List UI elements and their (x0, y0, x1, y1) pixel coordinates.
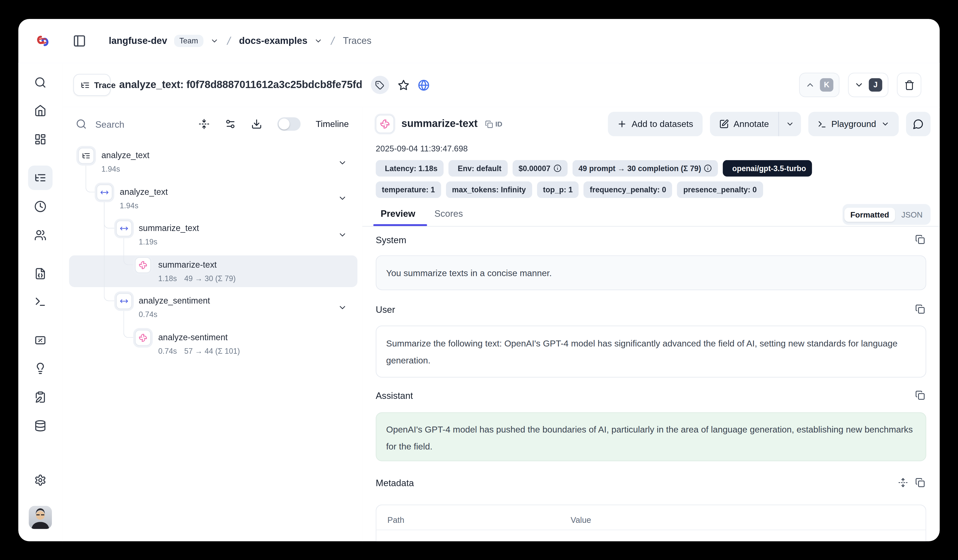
rail-dashboards[interactable] (28, 127, 52, 151)
copy-icon[interactable] (915, 390, 925, 400)
rail-evaluation[interactable] (28, 328, 52, 352)
rail-sessions[interactable] (28, 194, 52, 219)
rail-settings[interactable] (28, 468, 52, 492)
tab-preview[interactable]: Preview (381, 208, 416, 219)
cost-badge: $0.00007 (512, 160, 568, 177)
collapse-all-icon[interactable] (198, 119, 209, 130)
playground-terminal-icon (34, 296, 46, 308)
annotate-button[interactable]: Annotate (710, 112, 778, 136)
next-trace-button[interactable]: J (848, 73, 888, 97)
chevron-down-icon[interactable] (338, 303, 347, 312)
tag-button[interactable] (371, 76, 389, 94)
tokens-badge: 49 prompt → 30 completion (Σ 79) (572, 160, 718, 177)
globe-icon[interactable] (418, 79, 430, 91)
trace-type-label: Trace (94, 80, 103, 90)
info-icon[interactable] (704, 164, 712, 172)
assistant-message-box: OpenAI's GPT-4 model has pushed the boun… (376, 412, 926, 461)
tabs-divider (362, 226, 939, 227)
project-chevron-down-icon[interactable] (314, 36, 323, 45)
chevron-down-icon[interactable] (338, 230, 347, 240)
span-node-icon-box (116, 221, 132, 236)
home-icon (34, 105, 46, 117)
rail-annotation[interactable] (28, 385, 52, 409)
users-icon (34, 229, 46, 241)
metadata-column-value: Value (571, 512, 591, 529)
info-icon[interactable] (554, 164, 561, 172)
node-label: summarize-text (158, 260, 217, 270)
chevron-down-icon[interactable] (338, 194, 347, 203)
node-duration: 1.94s (120, 201, 138, 210)
tree-settings-icon[interactable] (225, 119, 236, 130)
breadcrumb-org[interactable]: langfuse-dev (109, 35, 167, 46)
node-duration: 1.94s (102, 165, 120, 173)
copy-icon[interactable] (915, 304, 925, 314)
node-label: analyze_text (102, 150, 150, 160)
rail-search[interactable] (28, 70, 52, 95)
breadcrumb-separator: / (328, 35, 338, 47)
model-badge[interactable]: openai/gpt-3.5-turbo (723, 160, 812, 177)
comments-button[interactable] (906, 112, 931, 136)
breadcrumb-project[interactable]: docs-examples (239, 35, 307, 46)
rail-home[interactable] (28, 98, 52, 123)
timeline-label: Timeline (316, 119, 349, 129)
span-icon (100, 188, 109, 197)
terminal-icon (817, 119, 826, 129)
tree-connector (104, 199, 116, 301)
sidebar-toggle-icon[interactable] (73, 34, 86, 48)
rail-tracing[interactable] (28, 166, 52, 190)
trace-tree-icon (82, 151, 90, 160)
settings-gear-icon (34, 474, 46, 486)
top-p-badge: top_p: 1 (537, 181, 579, 198)
tag-icon (376, 80, 385, 90)
rail-prompts[interactable] (28, 262, 52, 286)
generation-node-icon-box (135, 330, 151, 346)
format-json[interactable]: JSON (895, 207, 929, 221)
trace-tree-icon (81, 80, 90, 90)
format-formatted[interactable]: Formatted (844, 207, 895, 221)
trace-type-chip: Trace (73, 74, 111, 96)
temperature-badge: temperature: 1 (376, 181, 441, 198)
span-node-icon-box (97, 185, 113, 201)
metadata-section-label: Metadata (376, 478, 414, 488)
tree-connector (86, 162, 97, 192)
screen: langfuse-dev Team / docs-examples / Trac… (0, 0, 958, 560)
generation-fan-icon (139, 261, 147, 270)
node-tokens: 49 → 30 (Σ 79) (184, 274, 236, 283)
rail-suggestions[interactable] (28, 356, 52, 381)
system-message-box: You summarize texts in a concise manner. (376, 255, 926, 290)
copy-icon[interactable] (915, 478, 925, 487)
datasets-database-icon (34, 420, 46, 432)
annotate-dropdown-chevron[interactable] (779, 112, 801, 136)
profile-avatar[interactable] (29, 506, 52, 529)
copy-icon[interactable] (915, 235, 925, 244)
search-input[interactable] (94, 118, 170, 130)
timeline-toggle[interactable] (277, 117, 300, 131)
tree-connector (124, 308, 136, 338)
plus-icon (617, 119, 627, 129)
expand-icon[interactable] (898, 478, 908, 487)
previous-trace-button[interactable]: K (799, 73, 839, 97)
playground-button[interactable]: Playground (808, 112, 899, 136)
rail-datasets[interactable] (28, 414, 52, 438)
comment-bubble-icon (913, 119, 924, 130)
delete-trace-button[interactable] (897, 73, 922, 97)
rail-playground[interactable] (28, 290, 52, 314)
add-to-datasets-button[interactable]: Add to datasets (608, 112, 702, 136)
node-label: analyze-sentiment (158, 332, 227, 342)
chevron-down-icon[interactable] (338, 158, 347, 167)
pen-square-icon (719, 119, 728, 129)
rail-users[interactable] (28, 223, 52, 247)
tab-scores[interactable]: Scores (435, 208, 463, 219)
node-duration: 0.74s (139, 310, 157, 319)
star-icon[interactable] (398, 79, 409, 91)
chevron-up-icon (805, 80, 815, 90)
generation-node-icon-box (135, 257, 151, 273)
breadcrumb-section[interactable]: Traces (343, 35, 371, 46)
org-chevron-down-icon[interactable] (210, 36, 219, 45)
copy-id-button[interactable]: ID (485, 120, 503, 128)
download-icon[interactable] (251, 119, 262, 130)
copy-icon (485, 120, 493, 128)
user-message-box: Summarize the following text: OpenAI's G… (376, 325, 926, 378)
search-icon (34, 76, 46, 89)
span-icon (120, 297, 128, 305)
